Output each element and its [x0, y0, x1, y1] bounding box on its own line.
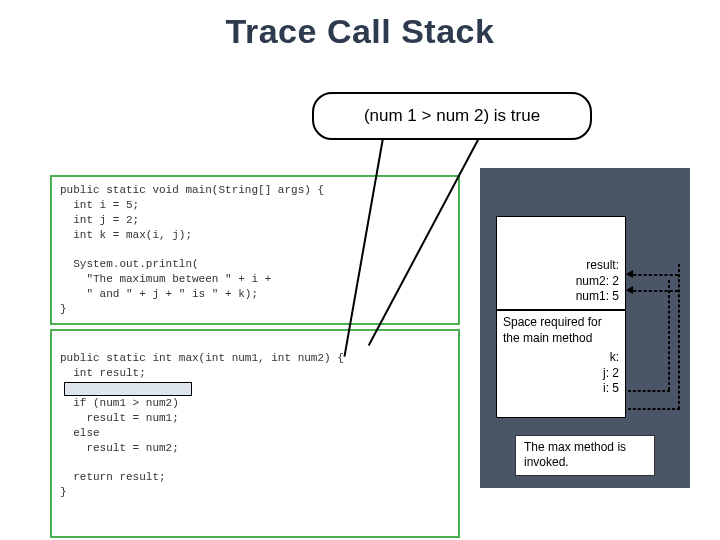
arrowhead-icon — [626, 286, 633, 294]
stack-frame-main: Space required for the main method k: j:… — [496, 310, 626, 418]
arrow-dash — [678, 264, 680, 409]
stack-var: num2: 2 — [576, 274, 619, 290]
call-stack-panel: result: num2: 2 num1: 5 Space required f… — [480, 168, 690, 488]
stack-var: j: 2 — [503, 366, 619, 382]
stack-var: num1: 5 — [576, 289, 619, 305]
note-invoked: The max method is invoked. — [515, 435, 655, 476]
arrow-dash — [668, 280, 670, 390]
stack-var: result: — [586, 258, 619, 274]
code-main-method: public static void main(String[] args) {… — [50, 175, 460, 325]
code-max-method: public static int max(int num1, int num2… — [50, 329, 460, 538]
arrow-dash — [628, 274, 678, 276]
stack-var: k: — [503, 350, 619, 366]
stack-frame-title: Space required for the main method — [503, 315, 619, 346]
page-title: Trace Call Stack — [0, 12, 720, 51]
callout-bubble: (num 1 > num 2) is true — [312, 92, 592, 140]
arrow-dash — [628, 290, 678, 292]
arrow-dash — [628, 408, 680, 410]
stack-var: i: 5 — [503, 381, 619, 397]
stack-frame-max: result: num2: 2 num1: 5 — [496, 216, 626, 310]
arrowhead-icon — [626, 270, 633, 278]
code-highlight — [64, 382, 192, 396]
arrow-dash — [628, 390, 670, 392]
